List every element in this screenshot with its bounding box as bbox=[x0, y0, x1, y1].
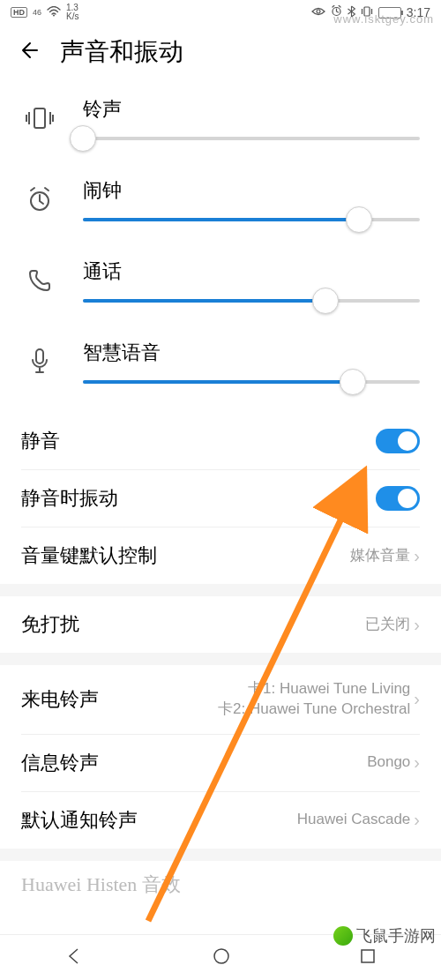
row-label: 音量键默认控制 bbox=[21, 542, 157, 569]
nav-recent[interactable] bbox=[359, 947, 377, 969]
slider-track[interactable] bbox=[83, 218, 420, 221]
page-title: 声音和振动 bbox=[60, 35, 183, 69]
chevron-right-icon: › bbox=[414, 752, 420, 773]
row-label: 静音 bbox=[21, 428, 60, 454]
row-label: 免打扰 bbox=[21, 611, 79, 638]
row-mute: 静音 bbox=[0, 413, 441, 469]
chevron-right-icon: › bbox=[414, 546, 420, 566]
row-histen-truncated: Huawei Histen 音效 bbox=[0, 861, 441, 898]
wifi-icon bbox=[47, 6, 61, 19]
vibrate-mute-toggle[interactable] bbox=[376, 486, 420, 511]
slider-label: 铃声 bbox=[83, 96, 420, 123]
back-button[interactable] bbox=[19, 40, 41, 64]
row-value: Bongo bbox=[367, 752, 410, 773]
row-volume-key[interactable]: 音量键默认控制 媒体音量 › bbox=[0, 527, 441, 584]
slider-voice: 智慧语音 bbox=[0, 321, 441, 402]
slider-ringtone: 铃声 bbox=[0, 78, 441, 159]
row-value: 已关闭 bbox=[365, 615, 410, 635]
net-type: 46 bbox=[33, 8, 41, 17]
hd-badge: HD bbox=[11, 7, 27, 18]
slider-label: 通话 bbox=[83, 258, 420, 285]
phone-icon bbox=[21, 268, 58, 293]
mic-icon bbox=[21, 348, 58, 376]
net-speed: 1.3K/s bbox=[66, 4, 78, 21]
brand-icon bbox=[333, 926, 353, 946]
header: 声音和振动 bbox=[0, 25, 441, 78]
chevron-right-icon: › bbox=[414, 689, 420, 709]
slider-track[interactable] bbox=[83, 299, 420, 303]
row-ringtone[interactable]: 来电铃声 卡1: Huawei Tune Living 卡2: Huawei T… bbox=[0, 665, 441, 734]
slider-track[interactable] bbox=[83, 137, 420, 140]
svg-point-8 bbox=[214, 949, 228, 963]
mute-toggle[interactable] bbox=[376, 429, 420, 453]
vibrate-icon bbox=[21, 105, 58, 131]
row-label: 信息铃声 bbox=[21, 750, 99, 776]
chevron-right-icon: › bbox=[414, 615, 420, 635]
row-value: Huawei Cascade bbox=[297, 810, 411, 830]
row-value: 媒体音量 bbox=[350, 546, 410, 566]
row-message-tone[interactable]: 信息铃声 Bongo › bbox=[0, 735, 441, 791]
slider-alarm: 闹钟 bbox=[0, 159, 441, 240]
svg-rect-9 bbox=[362, 950, 374, 962]
row-label: 来电铃声 bbox=[21, 686, 99, 713]
watermark-url: www.lsktgey.com bbox=[333, 12, 434, 26]
svg-point-1 bbox=[317, 10, 320, 13]
row-label: 静音时振动 bbox=[21, 485, 118, 512]
chevron-right-icon: › bbox=[414, 810, 420, 830]
watermark-brand: 飞鼠手游网 bbox=[333, 925, 436, 946]
eye-icon bbox=[311, 6, 325, 19]
slider-label: 智慧语音 bbox=[83, 340, 420, 366]
row-notify-tone[interactable]: 默认通知铃声 Huawei Cascade › bbox=[0, 792, 441, 849]
nav-back[interactable] bbox=[64, 946, 84, 969]
svg-rect-4 bbox=[34, 108, 45, 128]
nav-home[interactable] bbox=[212, 946, 231, 969]
svg-rect-6 bbox=[36, 349, 43, 363]
slider-track[interactable] bbox=[83, 380, 420, 384]
slider-label: 闹钟 bbox=[83, 177, 420, 204]
row-dnd[interactable]: 免打扰 已关闭 › bbox=[0, 596, 441, 653]
row-value: 卡1: Huawei Tune Living 卡2: Huawei Tune O… bbox=[218, 679, 410, 720]
slider-call: 通话 bbox=[0, 240, 441, 321]
alarm-icon bbox=[21, 186, 58, 213]
row-vibrate-mute: 静音时振动 bbox=[0, 470, 441, 527]
svg-point-0 bbox=[53, 14, 55, 16]
row-label: 默认通知铃声 bbox=[21, 807, 138, 834]
